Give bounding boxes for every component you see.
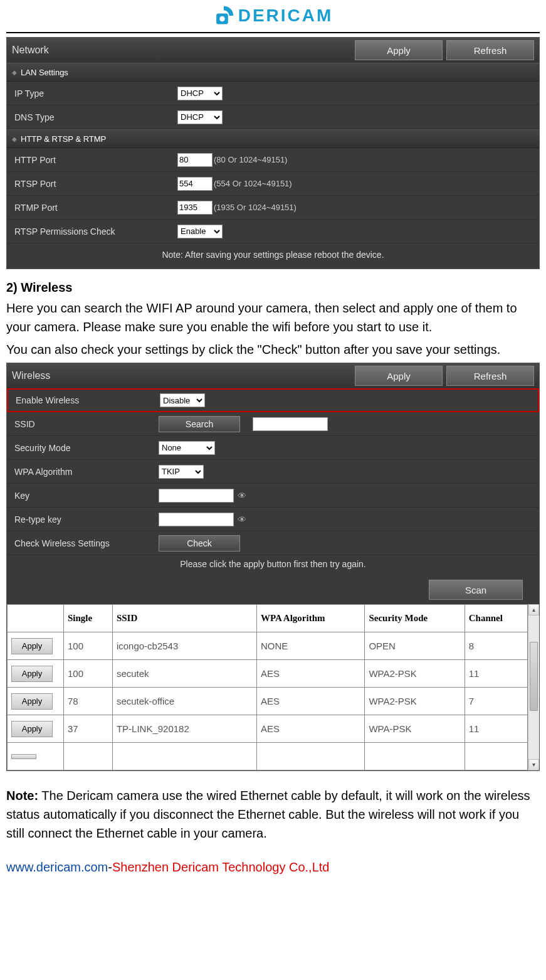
enable-wireless-row: Enable Wireless Disable [7, 388, 539, 412]
col-sec: Security Mode [365, 605, 465, 632]
rtsp-port-input[interactable] [177, 177, 213, 191]
panel-title: Network [12, 45, 351, 56]
rtsp-port-row: RTSP Port (554 Or 1024~49151) [7, 172, 539, 196]
ports-header[interactable]: ◆HTTP & RTSP & RTMP [7, 129, 539, 148]
apply-row-button[interactable]: Apply [11, 638, 53, 654]
search-button[interactable]: Search [159, 416, 240, 432]
apply-row-button[interactable]: Apply [11, 666, 53, 682]
apply-row-button-partial[interactable] [11, 754, 36, 759]
ip-type-select[interactable]: DHCP [177, 87, 223, 100]
check-settings-label: Check Wireless Settings [14, 538, 159, 548]
cell-chan: 11 [465, 715, 527, 743]
check-button[interactable]: Check [159, 535, 240, 551]
cell-single: 100 [64, 660, 113, 688]
camera-icon [213, 5, 234, 26]
diamond-icon: ◆ [12, 69, 17, 76]
cell-single: 37 [64, 715, 113, 743]
rtsp-port-label: RTSP Port [14, 179, 177, 189]
rtmp-port-row: RTMP Port (1935 Or 1024~49151) [7, 196, 539, 220]
wireless-heading: 2) Wireless [6, 280, 540, 295]
col-ssid: SSID [112, 605, 256, 632]
cell-single: 100 [64, 632, 113, 660]
cell-wpa: AES [256, 688, 365, 715]
cell-sec: WPA2-PSK [365, 660, 465, 688]
wpa-algorithm-select[interactable]: TKIP [159, 465, 204, 479]
table-row: Apply 78 secutek-office AES WPA2-PSK 7 [8, 688, 528, 715]
ssid-input[interactable] [253, 417, 328, 431]
ip-type-row: IP Type DHCP [7, 82, 539, 105]
cell-chan: 11 [465, 660, 527, 688]
http-port-hint: (80 Or 1024~49151) [214, 155, 287, 164]
panel-header: Wireless Apply Refresh [7, 363, 539, 388]
cell-ssid: icongo-cb2543 [112, 632, 256, 660]
eye-icon[interactable]: 👁 [238, 514, 246, 525]
footer-link[interactable]: www.dericam.com [6, 860, 108, 874]
wireless-para2: You can also check your settings by clic… [6, 340, 540, 359]
refresh-button[interactable]: Refresh [446, 366, 534, 386]
eye-icon[interactable]: 👁 [238, 491, 246, 501]
cell-ssid: TP-LINK_920182 [112, 715, 256, 743]
note-text: The Dericam camera use the wired Etherne… [6, 789, 530, 840]
ssid-label: SSID [14, 419, 159, 429]
apply-button[interactable]: Apply [355, 40, 443, 60]
scroll-thumb[interactable] [530, 642, 538, 711]
dns-type-select[interactable]: DHCP [177, 110, 223, 124]
cell-sec: WPA2-PSK [365, 688, 465, 715]
scan-button[interactable]: Scan [429, 580, 523, 600]
apply-row-button[interactable]: Apply [11, 721, 53, 737]
cell-wpa: NONE [256, 632, 365, 660]
table-row: Apply 100 secutek AES WPA2-PSK 11 [8, 660, 528, 688]
rtsp-perm-select[interactable]: Enable [177, 225, 223, 238]
network-panel: Network Apply Refresh ◆LAN Settings IP T… [6, 37, 540, 269]
scrollbar[interactable]: ▴ ▾ [528, 604, 539, 770]
http-port-label: HTTP Port [14, 155, 177, 165]
scroll-down-icon[interactable]: ▾ [528, 759, 539, 770]
cell-chan: 7 [465, 688, 527, 715]
rtsp-perm-label: RTSP Permissions Check [14, 226, 177, 237]
cell-wpa: AES [256, 660, 365, 688]
brand-text: DERICAM [238, 6, 333, 26]
table-header-row: Single SSID WPA Algorithm Security Mode … [8, 605, 528, 632]
retype-key-row: Re-type key 👁 [7, 508, 539, 531]
http-port-row: HTTP Port (80 Or 1024~49151) [7, 148, 539, 172]
reboot-note: Note: After saving your settings please … [7, 243, 539, 269]
col-chan: Channel [465, 605, 527, 632]
footer: www.dericam.com-Shenzhen Dericam Technol… [6, 860, 540, 875]
rtmp-port-hint: (1935 Or 1024~49151) [214, 203, 297, 212]
cell-wpa: AES [256, 715, 365, 743]
refresh-button[interactable]: Refresh [446, 40, 534, 60]
ssid-row: SSID Search [7, 412, 539, 436]
lan-settings-header[interactable]: ◆LAN Settings [7, 63, 539, 82]
http-port-input[interactable] [177, 153, 213, 167]
apply-button[interactable]: Apply [355, 366, 443, 386]
enable-wireless-label: Enable Wireless [16, 395, 160, 405]
retype-key-input[interactable] [159, 513, 234, 526]
note-bold: Note: [6, 789, 38, 802]
wpa-algorithm-label: WPA Algorithm [14, 467, 159, 477]
apply-row-button[interactable]: Apply [11, 693, 53, 710]
key-label: Key [14, 491, 159, 501]
apply-first-msg: Please click the apply button first then… [7, 555, 539, 575]
security-mode-select[interactable]: None [159, 441, 215, 455]
panel-header: Network Apply Refresh [7, 38, 539, 63]
col-wpa: WPA Algorithm [256, 605, 365, 632]
cell-single: 78 [64, 688, 113, 715]
wireless-panel: Wireless Apply Refresh Enable Wireless D… [6, 363, 540, 771]
cell-ssid: secutek-office [112, 688, 256, 715]
table-row: Apply 37 TP-LINK_920182 AES WPA-PSK 11 [8, 715, 528, 743]
cell-ssid: secutek [112, 660, 256, 688]
note-paragraph: Note: The Dericam camera use the wired E… [6, 786, 540, 843]
rtmp-port-input[interactable] [177, 201, 213, 215]
col-single: Single [64, 605, 113, 632]
scan-bar: Scan [7, 575, 539, 604]
wifi-table: Single SSID WPA Algorithm Security Mode … [7, 604, 528, 770]
cell-sec: WPA-PSK [365, 715, 465, 743]
enable-wireless-select[interactable]: Disable [160, 393, 205, 407]
retype-key-label: Re-type key [14, 514, 159, 525]
table-row: Apply 100 icongo-cb2543 NONE OPEN 8 [8, 632, 528, 660]
key-input[interactable] [159, 489, 234, 503]
brand-logo: DERICAM [213, 5, 333, 26]
svg-point-1 [219, 16, 225, 21]
scroll-up-icon[interactable]: ▴ [528, 604, 539, 615]
security-mode-label: Security Mode [14, 443, 159, 453]
